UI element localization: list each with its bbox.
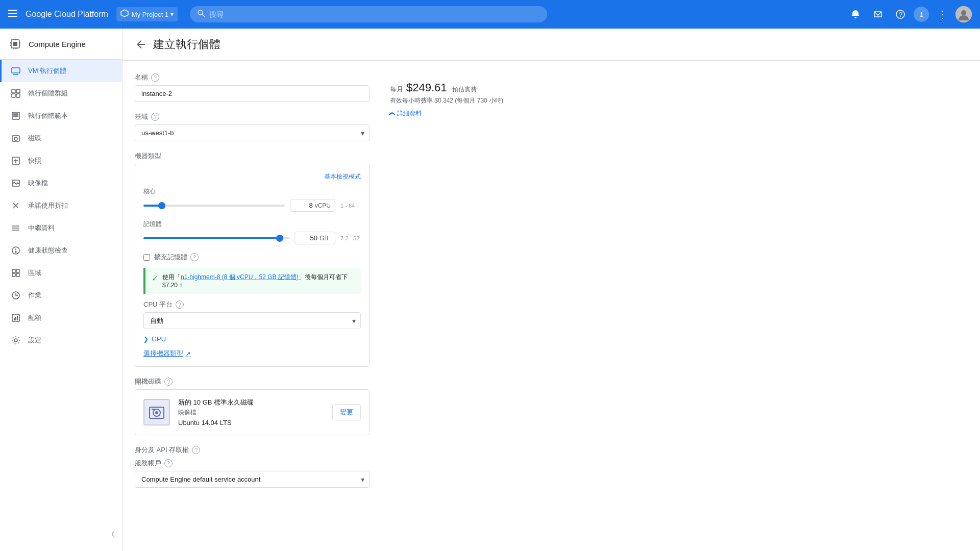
svg-point-58 [155,411,158,414]
committed-use-icon [10,199,22,212]
svg-line-5 [202,14,205,17]
svg-rect-30 [16,94,20,97]
project-icon [120,9,129,19]
gpu-label[interactable]: GPU [152,335,166,343]
cpu-slider[interactable] [143,205,285,207]
boot-disk-help-icon[interactable]: ? [164,378,173,386]
identity-label: 身分及 API 存取權 ? [135,445,370,455]
sidebar-item-settings[interactable]: 設定 [0,329,122,352]
svg-rect-27 [12,89,15,93]
sidebar-item-instance-groups[interactable]: 執行個體群組 [0,82,122,105]
expand-memory-checkbox[interactable] [143,254,150,261]
recommendation-text: 使用「n1-highmem-8 (8 個 vCPU，52 GB 記憶體)」後每個… [162,273,355,289]
name-section: 名稱 ? [135,73,370,102]
disks-icon [10,132,22,144]
sidebar-item-label: 執行個體範本 [28,111,68,120]
change-boot-disk-button[interactable]: 變更 [332,404,361,420]
sidebar-item-zones[interactable]: 區域 [0,262,122,284]
expand-memory-label[interactable]: 擴充記憶體 ? [154,253,199,262]
name-help-icon[interactable]: ? [151,73,159,82]
account-number-icon[interactable]: 1 [914,7,929,22]
sidebar-item-health-checks[interactable]: 健康狀態檢查 [0,239,122,262]
disk-subtitle: 映像檔 [178,408,324,417]
cpu-platform-help-icon[interactable]: ? [176,300,184,309]
nav-icons: ? 1 ⋮ [846,5,972,23]
mem-unit: GB [320,235,328,242]
svg-rect-1 [8,13,17,14]
sidebar-item-label: 健康狀態檢查 [28,246,68,255]
zone-help-icon[interactable]: ? [151,113,159,121]
brand-name: Google Cloud Platform [26,10,108,19]
svg-rect-46 [12,269,15,272]
settings-icon [10,334,22,346]
sidebar-item-instance-templates[interactable]: 執行個體範本 [0,105,122,127]
avatar[interactable] [955,6,972,22]
svg-rect-32 [14,114,18,115]
sidebar-item-committed-use[interactable]: 承諾使用折扣 [0,194,122,217]
more-options-icon[interactable]: ⋮ [933,5,951,23]
page-header: 建立執行個體 [122,29,980,61]
back-button[interactable] [135,38,147,51]
select-machine-type-link[interactable]: 選擇機器類型 ↗ [143,349,361,358]
cpu-slider-controls: vCPU 1 - 64 [143,199,361,212]
hamburger-icon[interactable] [8,9,17,20]
support-icon[interactable] [869,5,887,23]
monthly-label: 每月 [390,85,403,94]
disk-info: 新的 10 GB 標準永久磁碟 映像檔 Ubuntu 14.04 LTS [178,398,324,427]
svg-rect-59 [152,409,155,410]
mem-slider-controls: GB 7.2 - 52 [143,232,361,244]
zones-icon [10,267,22,279]
sidebar-item-label: 磁碟 [28,134,41,143]
mem-value-input[interactable] [299,234,317,242]
sidebar-item-label: 映像檔 [28,179,48,188]
cpu-platform-select[interactable]: 自動 [143,312,361,329]
sidebar-item-images[interactable]: 映像檔 [0,172,122,194]
sidebar-item-snapshots[interactable]: 快照 [0,149,122,172]
machine-type-section: 機器類型 基本檢視模式 核心 [135,152,370,367]
cpu-value-input[interactable] [295,202,313,209]
mem-slider[interactable] [143,237,289,239]
identity-section: 身分及 API 存取權 ? 服務帳戶 ? Compute Engine defa… [135,445,370,488]
chevron-down-icon: ▾ [170,11,174,18]
top-navigation: Google Cloud Platform My Project 1 ▾ ? 1… [0,0,980,29]
expand-memory-help-icon[interactable]: ? [190,253,199,261]
service-account-select[interactable]: Compute Engine default service account [135,471,370,488]
search-bar[interactable] [190,6,547,22]
notifications-icon[interactable] [846,5,865,23]
sidebar-collapse-button[interactable]: 《 [0,526,122,543]
service-account-help-icon[interactable]: ? [164,459,173,467]
gpu-section: ❯ GPU [143,335,361,343]
disk-title: 新的 10 GB 標準永久磁碟 [178,398,324,407]
svg-rect-26 [13,74,18,75]
sidebar-item-disks[interactable]: 磁碟 [0,127,122,149]
sidebar-item-operations[interactable]: 作業 [0,284,122,307]
recommendation-link[interactable]: n1-highmem-8 (8 個 vCPU，52 GB 記憶體) [181,273,299,281]
help-icon[interactable]: ? [891,5,910,23]
cpu-platform-select-wrapper: 自動 ▾ [143,312,361,329]
zone-section: 基域 ? us-west1-b us-west1-a us-west1-c ▾ [135,112,370,141]
form-right-pricing: 每月 $249.61 預估實費 有效每小時費率 $0.342 (每個月 730 … [390,73,968,498]
basic-view-link[interactable]: 基本檢視模式 [324,172,361,181]
search-icon [197,9,205,19]
compute-engine-icon [8,37,22,51]
details-link[interactable]: ❮ 詳細資料 [390,109,968,118]
svg-rect-29 [12,94,15,97]
name-label: 名稱 ? [135,73,370,82]
instance-groups-icon [10,87,22,99]
svg-rect-52 [14,318,15,320]
sidebar-item-quotas[interactable]: 配額 [0,307,122,329]
search-input[interactable] [209,10,540,18]
sidebar-item-metadata[interactable]: 中繼資料 [0,217,122,239]
svg-rect-0 [8,10,17,11]
zone-select[interactable]: us-west1-b us-west1-a us-west1-c [135,124,370,141]
name-input[interactable] [135,85,370,102]
svg-rect-53 [15,317,16,320]
disk-os: Ubuntu 14.04 LTS [178,419,324,427]
sidebar-item-vm-instances[interactable]: VM 執行個體 [0,60,122,82]
identity-help-icon[interactable]: ? [192,446,200,454]
boot-disk-box: 新的 10 GB 標準永久磁碟 映像檔 Ubuntu 14.04 LTS 變更 [135,389,370,435]
pricing-section: 每月 $249.61 預估實費 有效每小時費率 $0.342 (每個月 730 … [390,81,968,118]
svg-rect-33 [14,116,18,117]
form-left: 名稱 ? 基域 ? us-west1-b us-west1-a [135,73,370,498]
project-selector[interactable]: My Project 1 ▾ [116,7,178,21]
